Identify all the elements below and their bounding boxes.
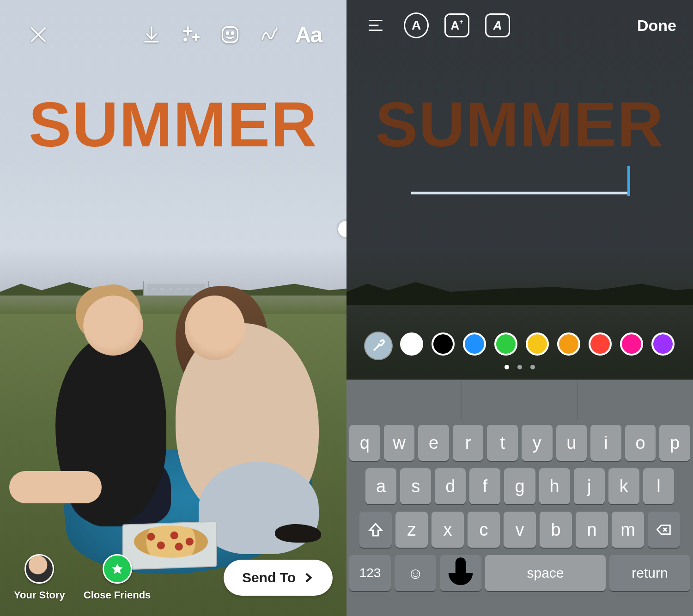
key-t[interactable]: t (487, 425, 518, 461)
key-b[interactable]: b (540, 512, 572, 548)
key-k[interactable]: k (608, 468, 639, 504)
text-tool-button[interactable]: Aa (289, 21, 328, 48)
color-swatch[interactable] (400, 332, 423, 356)
backspace-key[interactable] (648, 512, 680, 548)
key-u[interactable]: u (556, 425, 587, 461)
color-page-dots (346, 365, 693, 369)
color-swatch[interactable] (432, 332, 455, 356)
key-d[interactable]: d (435, 468, 466, 504)
your-story-label: Your Story (14, 589, 65, 601)
your-story-button[interactable]: Your Story (14, 554, 65, 601)
key-r[interactable]: r (453, 425, 484, 461)
color-swatch[interactable] (651, 332, 675, 356)
download-icon[interactable] (132, 21, 171, 48)
color-swatch-row (346, 332, 693, 359)
send-to-button[interactable]: Send To (224, 560, 333, 596)
sticker-icon[interactable] (210, 21, 249, 48)
chevron-right-icon (302, 572, 314, 584)
sparkle-icon[interactable] (171, 21, 210, 48)
space-key[interactable]: space (485, 555, 606, 591)
key-e[interactable]: e (418, 425, 449, 461)
key-y[interactable]: y (522, 425, 553, 461)
key-w[interactable]: w (384, 425, 415, 461)
key-h[interactable]: h (539, 468, 570, 504)
key-g[interactable]: g (504, 468, 535, 504)
numbers-key[interactable]: 123 (349, 555, 391, 591)
svg-point-0 (184, 39, 186, 41)
text-caret (627, 166, 630, 196)
keyboard-suggestion-bar (346, 380, 693, 420)
shift-key[interactable] (359, 512, 392, 548)
send-to-label: Send To (242, 570, 296, 586)
color-swatch[interactable] (463, 332, 486, 356)
key-m[interactable]: m (612, 512, 644, 548)
done-button[interactable]: Done (637, 17, 676, 35)
color-swatch[interactable] (620, 332, 643, 356)
suggestion-slot[interactable] (462, 380, 578, 420)
color-swatch[interactable] (589, 332, 612, 356)
close-friends-button[interactable]: Close Friends (84, 554, 151, 601)
key-c[interactable]: c (468, 512, 500, 548)
svg-point-3 (231, 32, 233, 34)
key-f[interactable]: f (469, 468, 500, 504)
close-friends-label: Close Friends (84, 589, 151, 601)
suggestion-slot[interactable] (578, 380, 693, 420)
font-style-a-circle[interactable]: A (404, 13, 429, 38)
text-input-underline (411, 192, 628, 194)
color-swatch[interactable] (494, 332, 517, 356)
key-x[interactable]: x (432, 512, 464, 548)
key-p[interactable]: p (659, 425, 690, 461)
page-dot[interactable] (517, 365, 522, 369)
key-a[interactable]: a (365, 468, 396, 504)
emoji-key[interactable]: ☺ (395, 555, 436, 591)
key-n[interactable]: n (576, 512, 608, 548)
story-overlay-text[interactable]: SUMMER (0, 88, 346, 161)
key-q[interactable]: q (349, 425, 380, 461)
font-style-a-plus-box[interactable]: A+ (444, 13, 469, 38)
avatar (24, 554, 54, 584)
on-screen-keyboard: qwertyuiop asdfghjkl zxcvbnm 123 ☺ space… (346, 420, 693, 616)
key-o[interactable]: o (625, 425, 656, 461)
color-swatch[interactable] (557, 332, 580, 356)
dictate-key[interactable] (440, 555, 481, 591)
page-dot[interactable] (505, 365, 509, 369)
key-s[interactable]: s (400, 468, 431, 504)
key-j[interactable]: j (574, 468, 605, 504)
text-align-icon[interactable] (363, 13, 388, 38)
star-icon (103, 554, 132, 584)
eyedropper-button[interactable] (365, 332, 392, 359)
key-z[interactable]: z (395, 512, 428, 548)
page-dot[interactable] (530, 365, 535, 369)
story-overlay-text-editing[interactable]: SUMMER (346, 88, 693, 161)
key-i[interactable]: i (590, 425, 621, 461)
key-l[interactable]: l (643, 468, 674, 504)
color-swatch[interactable] (526, 332, 549, 356)
close-icon[interactable] (18, 21, 58, 48)
key-v[interactable]: v (504, 512, 536, 548)
svg-point-2 (226, 32, 228, 34)
scribble-icon[interactable] (249, 21, 289, 48)
font-effect-box[interactable]: A (485, 13, 510, 38)
suggestion-slot[interactable] (346, 380, 462, 420)
return-key[interactable]: return (609, 555, 690, 591)
